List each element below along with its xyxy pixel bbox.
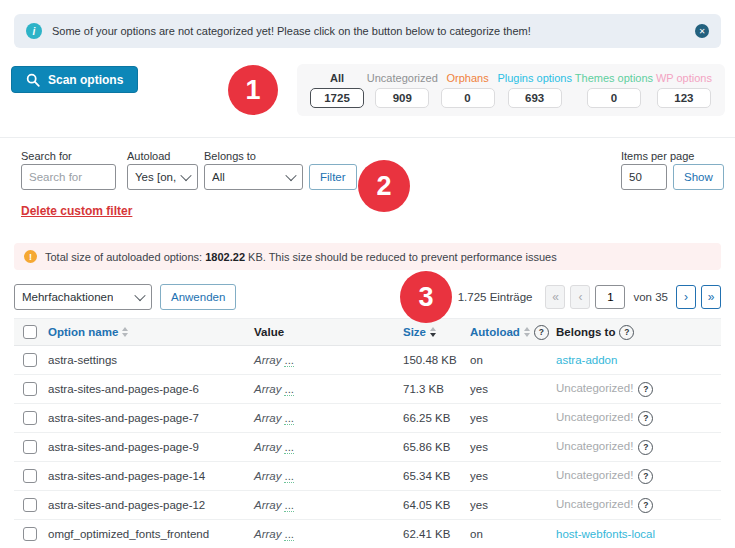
apply-button[interactable]: Anwenden — [160, 284, 236, 310]
close-icon[interactable]: ✕ — [695, 24, 709, 38]
row-checkbox[interactable] — [23, 498, 37, 512]
belongs-to-uncategorized: Uncategorized! — [556, 498, 633, 510]
select-all-checkbox[interactable] — [23, 325, 37, 339]
autoload-select[interactable]: Yes [on, au — [127, 164, 198, 190]
option-name: astra-sites-and-pages-page-7 — [48, 412, 199, 424]
chevron-down-icon — [180, 170, 191, 181]
stat-value[interactable]: 1725 — [310, 88, 364, 108]
autoload-select-value: Yes [on, au — [135, 171, 177, 183]
value-expand-link[interactable]: ... — [284, 412, 294, 425]
last-page-button[interactable]: » — [701, 285, 721, 309]
stat-label: All — [330, 72, 344, 84]
first-page-button[interactable]: « — [545, 285, 565, 309]
stats-panel: All1725Uncategorized909Orphans0Plugins o… — [297, 64, 725, 116]
header-option-name[interactable]: Option name — [44, 319, 250, 346]
belongs-to-select[interactable]: All — [204, 164, 303, 190]
value-type: Array — [254, 499, 281, 511]
stat-value[interactable]: 693 — [508, 88, 562, 108]
show-button[interactable]: Show — [673, 164, 724, 190]
option-size: 66.25 KB — [399, 404, 466, 433]
value-type: Array — [254, 354, 281, 366]
value-type: Array — [254, 441, 281, 453]
help-icon[interactable]: ? — [638, 469, 653, 484]
value-expand-link[interactable]: ... — [284, 354, 294, 367]
help-icon[interactable]: ? — [638, 440, 653, 455]
value-type: Array — [254, 470, 281, 482]
sort-icon-desc — [430, 327, 436, 337]
row-checkbox[interactable] — [23, 469, 37, 483]
belongs-to-link[interactable]: host-webfonts-local — [556, 528, 655, 540]
table-row: astra-settingsArray...150.48 KBonastra-a… — [14, 346, 721, 375]
option-size: 64.05 KB — [399, 491, 466, 520]
autoload-value: yes — [466, 462, 552, 491]
row-checkbox[interactable] — [23, 527, 37, 541]
table-row: astra-sites-and-pages-page-14Array...65.… — [14, 462, 721, 491]
table-row: astra-sites-and-pages-page-6Array...71.3… — [14, 375, 721, 404]
header-size[interactable]: Size — [399, 319, 466, 346]
section-divider — [0, 137, 735, 138]
entries-count: 1.725 Einträge — [458, 291, 533, 303]
row-checkbox[interactable] — [23, 353, 37, 367]
notification-text: Some of your options are not categorized… — [52, 25, 695, 37]
row-checkbox[interactable] — [23, 440, 37, 454]
autoload-value: on — [466, 520, 552, 548]
scan-options-button[interactable]: Scan options — [11, 66, 138, 93]
pagination: 1.725 Einträge « ‹ von 35 › » — [458, 284, 721, 310]
option-name: omgf_optimized_fonts_frontend — [48, 528, 209, 540]
stat-label: Uncategorized — [367, 72, 438, 84]
bulk-action-select[interactable]: Mehrfachaktionen — [14, 284, 152, 310]
belongs-to-select-value: All — [212, 171, 225, 183]
value-expand-link[interactable]: ... — [284, 499, 294, 512]
options-manager-page: i Some of your options are not categoriz… — [0, 0, 735, 548]
search-for-label: Search for — [21, 150, 72, 162]
stat-all: All1725 — [310, 72, 364, 108]
help-icon[interactable]: ? — [638, 411, 653, 426]
warning-text: Total size of autoloaded options: 1802.2… — [45, 251, 557, 263]
stat-plugins-options: Plugins options693 — [497, 72, 572, 108]
stat-label: WP options — [656, 72, 712, 84]
stat-value[interactable]: 909 — [375, 88, 429, 108]
stat-label: Themes options — [575, 72, 653, 84]
stat-value[interactable]: 0 — [441, 88, 495, 108]
stat-wp-options: WP options123 — [656, 72, 712, 108]
search-input[interactable] — [21, 164, 116, 190]
items-per-page-input[interactable] — [621, 164, 667, 190]
table-row: astra-sites-and-pages-page-12Array...64.… — [14, 491, 721, 520]
stat-value[interactable]: 123 — [657, 88, 711, 108]
value-type: Array — [254, 528, 281, 540]
option-name: astra-sites-and-pages-page-6 — [48, 383, 199, 395]
belongs-to-uncategorized: Uncategorized! — [556, 382, 633, 394]
value-type: Array — [254, 412, 281, 424]
value-expand-link[interactable]: ... — [284, 528, 294, 541]
filter-button[interactable]: Filter — [309, 164, 357, 190]
table-row: astra-sites-and-pages-page-7Array...66.2… — [14, 404, 721, 433]
current-page-input[interactable] — [595, 285, 625, 309]
row-checkbox[interactable] — [23, 411, 37, 425]
options-table: Option name Value Size Autoload ? Belong… — [14, 318, 721, 548]
stat-themes-options: Themes options0 — [575, 72, 653, 108]
help-icon[interactable]: ? — [638, 382, 653, 397]
help-icon[interactable]: ? — [638, 498, 653, 513]
prev-page-button[interactable]: ‹ — [570, 285, 590, 309]
delete-custom-filter-link[interactable]: Delete custom filter — [21, 204, 132, 218]
table-header-row: Option name Value Size Autoload ? Belong… — [14, 319, 721, 346]
value-expand-link[interactable]: ... — [284, 441, 294, 454]
items-per-page-label: Items per page — [621, 150, 694, 162]
help-icon[interactable]: ? — [534, 325, 549, 340]
stat-label: Plugins options — [497, 72, 572, 84]
stat-value[interactable]: 0 — [587, 88, 641, 108]
next-page-button[interactable]: › — [676, 285, 696, 309]
header-autoload[interactable]: Autoload ? — [466, 319, 552, 346]
help-icon[interactable]: ? — [619, 325, 634, 340]
stat-orphans: Orphans0 — [441, 72, 495, 108]
info-icon: i — [26, 23, 42, 39]
autoload-size-warning: ! Total size of autoloaded options: 1802… — [14, 243, 721, 270]
value-expand-link[interactable]: ... — [284, 470, 294, 483]
value-expand-link[interactable]: ... — [284, 383, 294, 396]
row-checkbox[interactable] — [23, 382, 37, 396]
autoload-label: Autoload — [127, 150, 170, 162]
belongs-to-link[interactable]: astra-addon — [556, 354, 617, 366]
sort-icon — [122, 327, 128, 337]
autoload-value: yes — [466, 375, 552, 404]
option-size: 62.41 KB — [399, 520, 466, 548]
